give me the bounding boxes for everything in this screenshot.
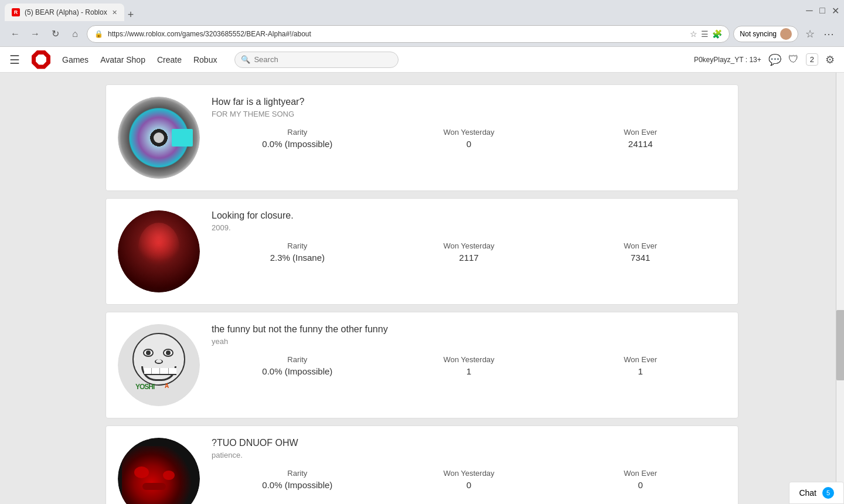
more-tools-button[interactable]: ⋯	[821, 26, 837, 42]
badge-subtitle: FOR MY THEME SONG	[212, 110, 726, 118]
notification-badge[interactable]: 2	[806, 53, 818, 66]
won-yesterday-value: 1	[383, 366, 555, 376]
won-yesterday-value: 0	[383, 480, 555, 490]
roblox-logo[interactable]	[32, 50, 50, 69]
badge-content: the funny but not the funny the other fu…	[212, 324, 726, 406]
won-yesterday-label: Won Yesterday	[383, 241, 555, 250]
rarity-stat: Rarity 0.0% (Impossible)	[212, 355, 383, 376]
won-ever-value: 7341	[554, 253, 726, 263]
window-controls: ─ □ ✕	[805, 6, 839, 15]
user-info-label: P0keyPlayz_YT : 13+	[694, 56, 761, 64]
badge-title: ?TUO DNUOF OHW	[212, 438, 726, 448]
rarity-label: Rarity	[212, 355, 383, 364]
scrollbar-thumb[interactable]	[836, 310, 844, 380]
rarity-value: 2.3% (Insane)	[212, 253, 383, 263]
badge-card: YOSHI A the funny but not the funny the …	[106, 312, 738, 418]
badge-content: How far is a lightyear? FOR MY THEME SON…	[212, 97, 726, 179]
won-yesterday-value: 0	[383, 139, 555, 149]
won-ever-value: 0	[554, 480, 726, 490]
rarity-stat: Rarity 0.0% (Impossible)	[212, 128, 383, 149]
badge-stats: Rarity 2.3% (Insane) Won Yesterday 2117 …	[212, 241, 726, 263]
badge-card: How far is a lightyear? FOR MY THEME SON…	[106, 84, 738, 191]
tab-favicon: R	[12, 8, 20, 16]
badge-subtitle: yeah	[212, 337, 726, 346]
rarity-stat: Rarity 2.3% (Insane)	[212, 241, 383, 263]
new-tab-button[interactable]: +	[124, 9, 138, 21]
won-yesterday-stat: Won Yesterday 1	[383, 355, 555, 376]
sync-button[interactable]: Not syncing	[733, 26, 798, 42]
badge-image-dark	[118, 210, 200, 292]
badge-image-cd	[118, 97, 200, 179]
badge-content: ?TUO DNUOF OHW patience. Rarity 0.0% (Im…	[212, 438, 726, 504]
favorites-button[interactable]: ☆	[802, 26, 818, 42]
main-content: How far is a lightyear? FOR MY THEME SON…	[0, 73, 844, 504]
badge-image-troll: YOSHI A	[118, 324, 200, 406]
browser-title-bar: R (5) BEAR (Alpha) - Roblox ✕ + ─ □ ✕	[0, 0, 844, 21]
badge-stats: Rarity 0.0% (Impossible) Won Yesterday 0…	[212, 469, 726, 490]
nav-avatar-shop[interactable]: Avatar Shop	[100, 55, 145, 64]
chat-nav-icon[interactable]: 💬	[768, 53, 781, 66]
won-ever-label: Won Ever	[554, 469, 726, 478]
won-ever-stat: Won Ever 0	[554, 469, 726, 490]
chat-badge: 5	[822, 487, 834, 499]
forward-button[interactable]: →	[27, 26, 43, 42]
lock-icon: 🔒	[94, 30, 103, 38]
chat-bar[interactable]: Chat 5	[789, 482, 844, 504]
badge-stats: Rarity 0.0% (Impossible) Won Yesterday 1…	[212, 355, 726, 376]
hamburger-menu-button[interactable]: ☰	[9, 53, 20, 67]
nav-create[interactable]: Create	[157, 55, 182, 64]
roblox-logo-inner	[36, 55, 46, 65]
tab-close-btn[interactable]: ✕	[112, 9, 117, 16]
won-yesterday-value: 2117	[383, 253, 555, 263]
won-ever-label: Won Ever	[554, 355, 726, 364]
url-text: https://www.roblox.com/games/3203685552/…	[108, 30, 311, 38]
tab-area: R (5) BEAR (Alpha) - Roblox ✕ +	[5, 0, 137, 21]
home-button[interactable]: ⌂	[67, 26, 83, 42]
won-ever-label: Won Ever	[554, 128, 726, 137]
won-ever-stat: Won Ever 7341	[554, 241, 726, 263]
won-yesterday-stat: Won Yesterday 0	[383, 469, 555, 490]
rarity-value: 0.0% (Impossible)	[212, 366, 383, 376]
sync-label: Not syncing	[740, 30, 777, 38]
nav-games[interactable]: Games	[62, 55, 89, 64]
rarity-stat: Rarity 0.0% (Impossible)	[212, 469, 383, 490]
active-tab[interactable]: R (5) BEAR (Alpha) - Roblox ✕	[5, 4, 124, 21]
scrollbar-track[interactable]	[836, 73, 844, 504]
maximize-button[interactable]: □	[818, 6, 826, 15]
won-yesterday-label: Won Yesterday	[383, 128, 555, 137]
back-button[interactable]: ←	[7, 26, 23, 42]
star-icon[interactable]: ☆	[690, 29, 697, 39]
address-bar[interactable]: 🔒 https://www.roblox.com/games/320368555…	[87, 25, 730, 43]
roblox-nav-right: P0keyPlayz_YT : 13+ 💬 🛡 2 ⚙	[694, 53, 835, 66]
won-ever-value: 24114	[554, 139, 726, 149]
minimize-button[interactable]: ─	[805, 6, 814, 15]
reload-button[interactable]: ↻	[47, 26, 63, 42]
roblox-navbar: ☰ Games Avatar Shop Create Robux 🔍 P0key…	[0, 47, 844, 73]
collections-icon[interactable]: ☰	[701, 29, 709, 39]
won-ever-value: 1	[554, 366, 726, 376]
browser-extra-controls: ☆ ⋯	[802, 26, 837, 42]
close-button[interactable]: ✕	[831, 6, 839, 15]
rarity-label: Rarity	[212, 469, 383, 478]
won-ever-label: Won Ever	[554, 241, 726, 250]
badge-subtitle: patience.	[212, 451, 726, 459]
tab-title: (5) BEAR (Alpha) - Roblox	[25, 8, 107, 16]
nav-robux[interactable]: Robux	[193, 55, 217, 64]
won-yesterday-stat: Won Yesterday 0	[383, 128, 555, 149]
settings-icon[interactable]: ⚙	[825, 53, 835, 66]
badge-card: ?TUO DNUOF OHW patience. Rarity 0.0% (Im…	[106, 425, 738, 504]
shield-nav-icon[interactable]: 🛡	[788, 53, 799, 66]
won-ever-stat: Won Ever 24114	[554, 128, 726, 149]
search-input[interactable]	[254, 55, 392, 64]
rarity-value: 0.0% (Impossible)	[212, 139, 383, 149]
profile-avatar	[780, 28, 792, 40]
rarity-label: Rarity	[212, 241, 383, 250]
badge-subtitle: 2009.	[212, 223, 726, 232]
search-bar[interactable]: 🔍	[234, 52, 399, 68]
won-ever-stat: Won Ever 1	[554, 355, 726, 376]
extensions-icon[interactable]: 🧩	[712, 29, 722, 39]
won-yesterday-label: Won Yesterday	[383, 469, 555, 478]
chat-label: Chat	[799, 488, 816, 498]
badge-title: the funny but not the funny the other fu…	[212, 324, 726, 335]
badge-content: Looking for closure. 2009. Rarity 2.3% (…	[212, 210, 726, 292]
